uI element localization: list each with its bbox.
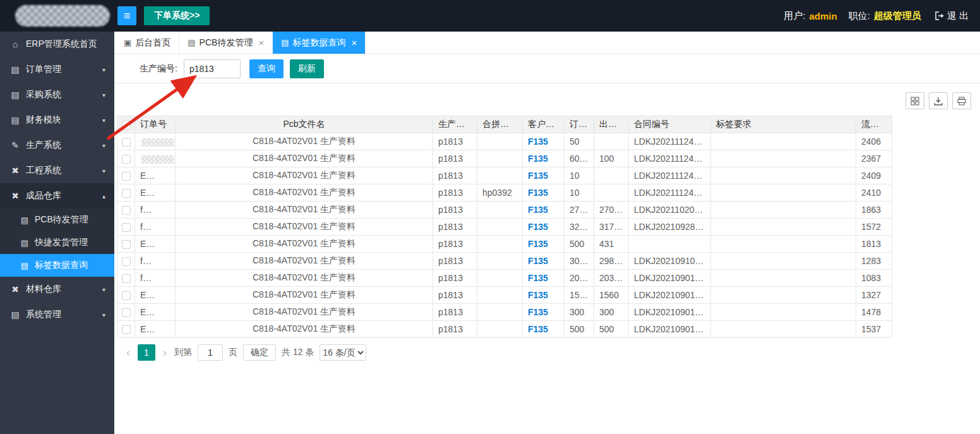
tools-icon: ✖ [9, 284, 21, 294]
sidebar-item-finished-warehouse[interactable]: ✖ 成品仓库 ▴ [0, 183, 114, 208]
row-checkbox[interactable] [122, 325, 131, 334]
tab-pcb-pending[interactable]: ▤ PCB待发管理 × [179, 32, 273, 54]
order-qty-cell: 10 [565, 184, 594, 202]
sidebar-item-label-data-query[interactable]: ▤ 标签数据查询 [0, 254, 114, 277]
label-requirement-cell [711, 236, 856, 253]
order-system-button[interactable]: 下单系统>> [144, 6, 210, 25]
sidebar-item-purchase-system[interactable]: ▤ 采购系统 ▾ [0, 82, 114, 107]
customer-code-cell[interactable]: F135 [523, 184, 565, 202]
production-number-cell: p1813 [433, 184, 477, 202]
order-number-cell: E [135, 184, 176, 202]
sidebar-item-pcb-pending[interactable]: ▤ PCB待发管理 [0, 208, 114, 231]
sidebar-item-order-management[interactable]: ▤ 订单管理 ▾ [0, 57, 114, 82]
order-number-cell: E [135, 167, 176, 184]
sidebar-item-erp-home[interactable]: ⌂ ERP管理系统首页 [0, 32, 114, 57]
user-name[interactable]: admin [809, 11, 837, 21]
chevron-down-icon: ▾ [102, 286, 105, 293]
production-number-cell: p1813 [433, 304, 477, 321]
search-bar: 生产编号: 查询 刷新 [114, 54, 980, 83]
row-checkbox[interactable] [122, 172, 131, 181]
row-checkbox[interactable] [122, 291, 131, 300]
blurred-order-number [147, 241, 175, 249]
production-number-input[interactable] [184, 59, 241, 78]
logout-icon [935, 11, 944, 20]
row-checkbox[interactable] [122, 138, 131, 147]
sidebar-item-system-management[interactable]: ▤ 系统管理 ▾ [0, 302, 114, 327]
blurred-order-number [147, 309, 175, 317]
prev-page-arrow[interactable]: ‹ [124, 346, 132, 359]
row-checkbox[interactable] [122, 240, 131, 249]
order-qty-cell: 20000 [565, 270, 594, 287]
table-row: EC818-4AT02V01 生产资料p1813hp0392F13510LDKJ… [117, 184, 892, 202]
sidebar-item-label: 材料仓库 [26, 284, 61, 295]
sidebar-item-material-warehouse[interactable]: ✖ 材料仓库 ▾ [0, 277, 114, 302]
customer-code-cell[interactable]: F135 [523, 287, 565, 304]
merge-number-cell [477, 270, 523, 287]
pcb-filename-cell: C818-4AT02V01 生产资料 [176, 321, 433, 338]
tab-backend-home[interactable]: ▣ 后台首页 [116, 32, 179, 54]
sidebar-item-production-system[interactable]: ✎ 生产系统 ▾ [0, 133, 114, 158]
goto-page-input[interactable] [198, 344, 223, 361]
serial-number-cell: 2367 [856, 150, 892, 167]
close-icon[interactable]: × [258, 37, 264, 48]
logout-button[interactable]: 退 出 [935, 10, 969, 22]
customer-code-cell[interactable]: F135 [523, 236, 565, 253]
label-requirement-cell [711, 304, 856, 321]
menu-toggle-button[interactable]: ≡ [117, 6, 136, 25]
table-header-row: 订单号 Pcb文件名 生产编号 合拼编号 客户编码 订单数... 出货数量 合同… [117, 116, 892, 133]
label-requirement-cell [711, 253, 856, 270]
serial-number-cell: 1083 [856, 270, 892, 287]
order-number-cell: E6 [135, 287, 176, 304]
order-qty-cell: 30100 [565, 253, 594, 270]
merge-number-cell [477, 133, 523, 150]
total-count-label: 共 12 条 [282, 347, 314, 358]
row-checkbox[interactable] [122, 257, 131, 266]
customer-code-cell[interactable]: F135 [523, 270, 565, 287]
ship-qty-cell: 1560 [594, 287, 629, 304]
ship-qty-cell: 20310 [594, 270, 629, 287]
sidebar-item-finance-module[interactable]: ▤ 财务模块 ▾ [0, 107, 114, 133]
row-checkbox[interactable] [122, 206, 131, 215]
production-number-cell: p1813 [433, 167, 477, 184]
customer-code-cell[interactable]: F135 [523, 150, 565, 167]
tab-label-data-query[interactable]: ▤ 标签数据查询 × [273, 32, 366, 54]
tab-label: 标签数据查询 [292, 37, 345, 49]
current-page-badge[interactable]: 1 [138, 344, 155, 361]
customer-code-cell[interactable]: F135 [523, 219, 565, 236]
print-button[interactable] [952, 92, 971, 109]
filter-columns-button[interactable] [905, 92, 924, 109]
tab-label: 后台首页 [135, 37, 170, 49]
customer-code-cell[interactable]: F135 [523, 253, 565, 270]
row-checkbox[interactable] [122, 308, 131, 317]
page-size-select[interactable]: 16 条/页 [320, 344, 366, 361]
table-row: E6C818-4AT02V01 生产资料p1813F13515001560LDK… [117, 287, 892, 304]
refresh-button[interactable]: 刷新 [290, 59, 324, 78]
customer-code-cell[interactable]: F135 [523, 167, 565, 184]
query-button[interactable]: 查询 [249, 59, 284, 78]
confirm-page-button[interactable]: 确定 [243, 344, 276, 361]
contract-number-cell: LDKJ20211124352 [629, 167, 711, 184]
close-icon[interactable]: × [351, 37, 357, 48]
select-all-checkbox[interactable] [122, 121, 131, 130]
sidebar-item-label: 成品仓库 [26, 190, 61, 202]
col-header-label-req: 标签要求 [711, 116, 856, 133]
production-number-cell: p1813 [433, 236, 477, 253]
customer-code-cell[interactable]: F135 [523, 321, 565, 338]
contract-number-cell: LDKJ20211124352 [629, 150, 711, 167]
customer-code-cell[interactable]: F135 [523, 304, 565, 321]
next-page-arrow[interactable]: › [161, 346, 169, 359]
order-number-cell: f_1 [135, 270, 176, 287]
chevron-down-icon: ▾ [102, 311, 105, 318]
row-checkbox[interactable] [122, 223, 131, 232]
table-row: EC818-4AT02V01 生产资料p1813F13510LDKJ202111… [117, 167, 892, 184]
export-button[interactable] [929, 92, 948, 109]
row-checkbox[interactable] [122, 189, 131, 198]
sidebar-item-quick-shipping[interactable]: ▤ 快捷发货管理 [0, 231, 114, 254]
sidebar-item-engineering-system[interactable]: ✖ 工程系统 ▾ [0, 158, 114, 183]
sidebar: ⌂ ERP管理系统首页 ▤ 订单管理 ▾ ▤ 采购系统 ▾ ▤ 财务模块 ▾ ✎… [0, 32, 114, 434]
row-checkbox[interactable] [122, 155, 131, 164]
customer-code-cell[interactable]: F135 [523, 202, 565, 219]
col-header-ship-qty: 出货数量 [594, 116, 629, 133]
customer-code-cell[interactable]: F135 [523, 133, 565, 150]
row-checkbox[interactable] [122, 274, 131, 283]
